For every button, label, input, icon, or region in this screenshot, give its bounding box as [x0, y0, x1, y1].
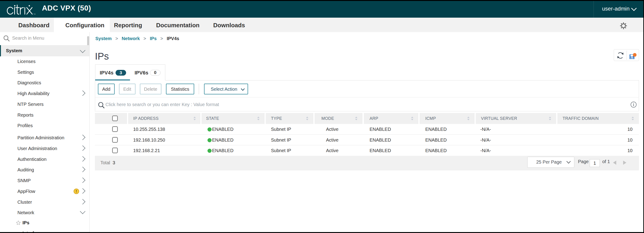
svg-text:TM: TM [34, 13, 36, 15]
